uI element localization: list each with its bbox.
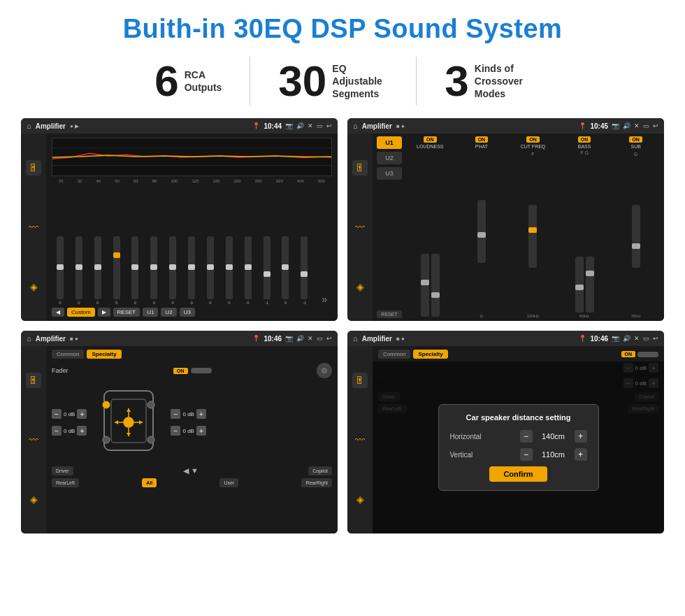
- cross-reset-btn[interactable]: RESET: [377, 310, 402, 318]
- eq-custom-btn[interactable]: Custom: [67, 308, 95, 317]
- confirm-button[interactable]: Confirm: [489, 466, 547, 482]
- eq-reset-btn[interactable]: RESET: [113, 308, 140, 317]
- vertical-plus-btn[interactable]: +: [575, 448, 587, 461]
- bass-slider-2[interactable]: [586, 257, 594, 313]
- bottom-right-minus[interactable]: −: [171, 426, 180, 436]
- cross-topbar-left: ⌂ Amplifier ■ ●: [353, 122, 405, 130]
- eq-scroll-right[interactable]: »: [319, 294, 327, 305]
- horizontal-minus-btn[interactable]: −: [520, 430, 533, 443]
- top-left-plus[interactable]: +: [77, 409, 87, 419]
- eq-topbar: ⌂ Amplifier ● ▶ 📍 10:44 📷 🔊 ✕ ▭ ↩: [21, 118, 338, 134]
- cross-u1-btn[interactable]: U1: [377, 136, 402, 149]
- back-icon[interactable]: ↩: [326, 122, 332, 129]
- eq-sliders-row: 0 0 0: [52, 185, 332, 305]
- top-right-minus[interactable]: −: [171, 409, 180, 419]
- eq-slider-track-14[interactable]: [301, 236, 308, 299]
- eq-sidebar-eq-icon[interactable]: 🎚: [26, 160, 41, 176]
- eq-slider-track-2[interactable]: [75, 236, 82, 299]
- dialog-sidebar-wave-icon[interactable]: 〰: [352, 432, 368, 447]
- fader-slider[interactable]: [191, 368, 212, 373]
- cross-ch-sub: ON SUB G 70Hz: [612, 136, 660, 318]
- eq-u2-btn[interactable]: U2: [161, 308, 176, 317]
- fader-sidebar-eq-icon[interactable]: 🎚: [26, 373, 41, 388]
- fader-topbar-right: 📍 10:46 📷 🔊 ✕ ▭ ↩: [252, 335, 332, 343]
- fader-tab-common[interactable]: Common: [52, 350, 84, 359]
- fader-close-icon[interactable]: ✕: [308, 335, 313, 342]
- cross-ch-cutfreq: ON CUT FREQ F 100Hz: [509, 136, 557, 318]
- eq-slider-track-6[interactable]: [150, 236, 157, 299]
- cross-sidebar-eq-icon[interactable]: 🎚: [352, 160, 368, 176]
- eq-play-btn[interactable]: ▶: [98, 308, 110, 317]
- stat-crossover: 3 Kinds ofCrossover Modes: [417, 59, 558, 103]
- arrow-left-icon[interactable]: ◀: [183, 466, 189, 475]
- dialog-horizontal-label: Horizontal: [450, 433, 482, 440]
- eq-u3-btn[interactable]: U3: [180, 308, 195, 317]
- cross-sidebar-vol-icon[interactable]: ◈: [352, 279, 368, 294]
- fader-settings-icon[interactable]: ⚙: [317, 363, 332, 378]
- fader-win-icon: ▭: [317, 335, 323, 342]
- cross-close-icon[interactable]: ✕: [634, 122, 640, 129]
- cross-home-icon[interactable]: ⌂: [353, 122, 358, 130]
- fader-bottom-buttons-2: RearLeft All User RearRight: [52, 478, 332, 487]
- stat-rca-number: 6: [154, 59, 178, 103]
- bottom-right-plus[interactable]: +: [196, 426, 206, 436]
- top-right-plus[interactable]: +: [196, 409, 206, 419]
- home-icon[interactable]: ⌂: [27, 122, 31, 130]
- top-left-minus[interactable]: −: [52, 409, 62, 419]
- eq-slider-track-10[interactable]: [226, 236, 233, 299]
- stat-crossover-label: Kinds ofCrossover Modes: [475, 62, 531, 101]
- horizontal-plus-btn[interactable]: +: [575, 430, 587, 443]
- eq-sidebar-vol-icon[interactable]: ◈: [26, 279, 41, 294]
- bass-slider-1[interactable]: [575, 257, 584, 313]
- fader-back-icon[interactable]: ↩: [326, 335, 332, 342]
- dialog-home-icon[interactable]: ⌂: [353, 334, 358, 343]
- phat-slider[interactable]: [477, 200, 486, 263]
- all-btn[interactable]: All: [142, 478, 157, 487]
- bottom-left-minus[interactable]: −: [52, 426, 62, 436]
- svg-marker-14: [115, 420, 118, 424]
- eq-u1-btn[interactable]: U1: [143, 308, 158, 317]
- sub-slider[interactable]: [632, 205, 640, 268]
- dialog-back-icon[interactable]: ↩: [653, 335, 658, 342]
- eq-slider-track-13[interactable]: [282, 236, 289, 299]
- eq-slider-track-7[interactable]: [169, 236, 176, 299]
- cutfreq-slider[interactable]: [528, 205, 537, 268]
- dialog-sidebar-eq-icon[interactable]: 🎚: [352, 373, 368, 388]
- eq-graph: [52, 138, 332, 176]
- driver-btn[interactable]: Driver: [52, 466, 73, 475]
- user-btn[interactable]: User: [219, 478, 238, 487]
- eq-slider-track-12[interactable]: [264, 236, 271, 299]
- rearright-btn[interactable]: RearRight: [301, 478, 332, 487]
- cross-u2-btn[interactable]: U2: [377, 152, 402, 164]
- cross-back-icon[interactable]: ↩: [653, 122, 658, 129]
- rearleft-btn[interactable]: RearLeft: [52, 478, 79, 487]
- fader-home-icon[interactable]: ⌂: [27, 334, 31, 343]
- vertical-minus-btn[interactable]: −: [520, 448, 533, 461]
- eq-slider-track-1[interactable]: [57, 236, 64, 299]
- loudness-slider-2[interactable]: [431, 254, 440, 317]
- screen-eq: ⌂ Amplifier ● ▶ 📍 10:44 📷 🔊 ✕ ▭ ↩ 🎚: [21, 118, 338, 321]
- loudness-slider-1[interactable]: [421, 254, 429, 317]
- bottom-left-plus[interactable]: +: [77, 426, 87, 436]
- fader-sidebar-vol-icon[interactable]: ◈: [26, 492, 41, 507]
- eq-slider-track-11[interactable]: [245, 236, 252, 299]
- cross-sidebar-wave-icon[interactable]: 〰: [352, 220, 368, 235]
- close-icon[interactable]: ✕: [308, 122, 313, 129]
- fader-tab-specialty[interactable]: Specialty: [87, 350, 121, 359]
- eq-slider-track-5[interactable]: [131, 236, 138, 299]
- dialog-sidebar-vol-icon[interactable]: ◈: [352, 492, 368, 507]
- eq-prev-btn[interactable]: ◀: [52, 308, 64, 317]
- dialog-topbar-title: Amplifier: [362, 335, 392, 343]
- eq-slider-track-3[interactable]: [94, 236, 101, 299]
- eq-slider-track-8[interactable]: [188, 236, 195, 299]
- dialog-win-icon: ▭: [643, 335, 649, 342]
- copilot-btn[interactable]: Copilot: [308, 466, 332, 475]
- dialog-close-icon[interactable]: ✕: [634, 335, 640, 342]
- fader-label-row: Fader ON ⚙: [52, 363, 332, 378]
- fader-on-badge[interactable]: ON: [173, 368, 188, 374]
- eq-slider-track-9[interactable]: [207, 236, 214, 299]
- fader-sidebar-wave-icon[interactable]: 〰: [26, 432, 41, 447]
- eq-sidebar-wave-icon[interactable]: 〰: [26, 220, 41, 235]
- cross-u3-btn[interactable]: U3: [377, 167, 402, 180]
- eq-slider-track-4[interactable]: [113, 236, 120, 299]
